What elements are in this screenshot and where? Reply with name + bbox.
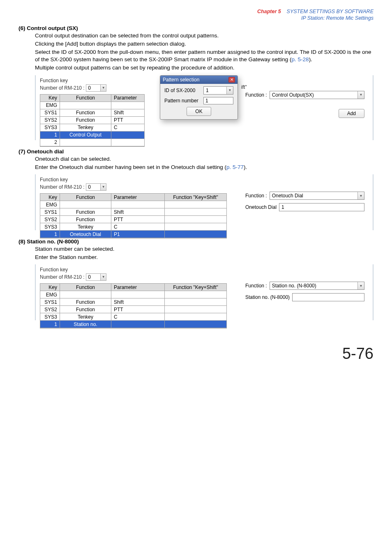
table-row[interactable]: SYS1 Function Shift	[40, 208, 226, 216]
table-row[interactable]: SYS3 Tenkey C	[40, 223, 226, 231]
col-function: Function	[60, 95, 111, 102]
rm-count-value: 0	[86, 184, 100, 190]
table-row[interactable]: 2	[40, 139, 144, 146]
chevron-down-icon: ▼	[226, 87, 233, 94]
figure-8: Function key Number of RM-210 : 0 ▼ Key …	[35, 264, 374, 320]
chevron-down-icon: ▼	[357, 282, 364, 289]
chevron-down-icon: ▼	[357, 192, 364, 199]
pattern-selection-dialog: Pattern selection ✕ ID of SX-2000 1 ▼ Pa…	[160, 75, 238, 120]
chevron-down-icon: ▼	[100, 85, 106, 91]
col-key: Key	[40, 95, 60, 102]
section-7-text-2: Enter the Onetouch dial number having be…	[35, 164, 374, 171]
chevron-down-icon: ▼	[100, 274, 106, 280]
pattern-number-label: Pattern number	[164, 98, 203, 104]
function-key-grid: Key Function Parameter EMG SYS1 Function…	[40, 94, 145, 147]
close-icon[interactable]: ✕	[228, 77, 235, 83]
pattern-number-field[interactable]: 1	[203, 97, 233, 104]
function-combo[interactable]: Onetouch Dial ▼	[270, 192, 364, 200]
section-6-text-3a: Select the ID of SX-2000 from the pull-d…	[35, 49, 371, 62]
function-label: Function :	[245, 92, 267, 98]
add-button[interactable]: Add	[339, 109, 364, 118]
section-6-text-4: Multiple control output patterns can be …	[35, 64, 374, 72]
chapter-title: SYSTEM SETTINGS BY SOFTWARE	[287, 9, 374, 14]
id-sx2000-label: ID of SX-2000	[164, 88, 203, 93]
table-row[interactable]: EMG	[40, 102, 144, 109]
function-label: Function :	[245, 283, 267, 289]
rm-count-label: Number of RM-210 :	[40, 274, 85, 280]
dialog-title: Pattern selection	[163, 77, 199, 83]
section-7-text-1: Onetouch dial can be selected.	[35, 155, 374, 163]
section-6-text-1: Control output destination can be select…	[35, 32, 374, 39]
rm-count-value: 0	[86, 85, 100, 91]
table-row[interactable]: SYS2 Function PTT	[40, 117, 144, 124]
page-link-5-77[interactable]: p. 5-77	[226, 164, 244, 170]
rm-count-value: 0	[86, 274, 100, 280]
pattern-number-value: 1	[205, 98, 208, 104]
chapter-header: Chapter 5 SYSTEM SETTINGS BY SOFTWARE IP…	[18, 8, 374, 22]
function-key-grid: Key Function Parameter Function "Key+Shi…	[40, 283, 227, 328]
rm-count-spinner[interactable]: 0 ▼	[86, 183, 106, 191]
function-key-grid: Key Function Parameter Function "Key+Shi…	[40, 193, 227, 238]
grid-header: Key Function Parameter	[40, 95, 144, 102]
id-sx2000-combo[interactable]: 1 ▼	[203, 86, 233, 95]
station-no-field[interactable]	[292, 293, 364, 301]
grid-header: Key Function Parameter Function "Key+Shi…	[40, 194, 226, 201]
table-row-selected[interactable]: 1 Control Output	[40, 132, 144, 139]
chevron-down-icon: ▼	[357, 91, 364, 99]
table-row-selected[interactable]: 1 Station no.	[40, 321, 226, 328]
grid-header: Key Function Parameter Function "Key+Shi…	[40, 284, 226, 291]
function-combo-value: Onetouch Dial	[270, 193, 357, 199]
table-row[interactable]: SYS2 Function PTT	[40, 306, 226, 313]
section-8-text-1: Station number can be selected.	[35, 245, 374, 253]
table-row[interactable]: SYS3 Tenkey C	[40, 124, 144, 132]
rm-count-label: Number of RM-210 :	[40, 85, 85, 91]
rm-count-spinner[interactable]: 0 ▼	[86, 84, 106, 92]
col-parameter: Parameter	[111, 95, 144, 102]
rm-count-spinner[interactable]: 0 ▼	[86, 273, 106, 281]
section-6-text-3: Select the ID of SX-2000 from the pull-d…	[35, 49, 374, 63]
function-label: Function :	[245, 193, 267, 199]
figure-6: Function key Number of RM-210 : 0 ▼ Key …	[35, 75, 374, 140]
figure-7-right-panel: Function : Onetouch Dial ▼ Onetouch Dial…	[245, 192, 364, 215]
function-key-group-label: Function key	[40, 177, 369, 183]
ok-button[interactable]: OK	[187, 107, 211, 116]
rm-count-row: Number of RM-210 : 0 ▼	[40, 273, 369, 281]
obscured-text: ift"	[241, 84, 247, 90]
section-6-text-2: Clicking the [Add] button displays the p…	[35, 40, 374, 48]
function-combo-value: Station no. (N-8000)	[270, 283, 357, 289]
table-row[interactable]: SYS1 Function Shift	[40, 298, 226, 306]
table-row[interactable]: SYS2 Function PTT	[40, 216, 226, 223]
onetouch-dial-value: 1	[281, 204, 284, 210]
figure-6-right-panel: Function : Control Output(SX) ▼ Add	[245, 91, 364, 118]
id-sx2000-value: 1	[204, 88, 226, 93]
page-number: 5-76	[0, 328, 392, 375]
figure-8-right-panel: Function : Station no. (N-8000) ▼ Statio…	[245, 282, 364, 305]
function-combo-value: Control Output(SX)	[270, 92, 357, 98]
table-row-selected[interactable]: 1 Onetouch Dial P1	[40, 231, 226, 238]
rm-count-row: Number of RM-210 : 0 ▼	[40, 183, 369, 191]
table-row[interactable]: EMG	[40, 291, 226, 298]
section-6-text-3b: ).	[309, 56, 312, 62]
table-row[interactable]: EMG	[40, 201, 226, 208]
section-6-title: (6) Control output (SX)	[18, 25, 374, 31]
function-combo[interactable]: Station no. (N-8000) ▼	[270, 282, 364, 290]
table-row[interactable]: SYS3 Tenkey C	[40, 313, 226, 321]
station-no-label: Station no. (N-8000)	[245, 294, 290, 300]
table-row[interactable]: SYS1 Function Shift	[40, 109, 144, 117]
figure-7: Function key Number of RM-210 : 0 ▼ Key …	[35, 174, 374, 230]
dialog-titlebar[interactable]: Pattern selection ✕	[160, 76, 238, 84]
rm-count-label: Number of RM-210 :	[40, 184, 85, 190]
onetouch-dial-label: Onetouch Dial	[245, 204, 277, 210]
section-7-title: (7) Onetouch dial	[18, 148, 374, 155]
chapter-subtitle: IP Station: Remote Mic Settings	[301, 15, 374, 21]
function-combo[interactable]: Control Output(SX) ▼	[270, 91, 364, 99]
onetouch-dial-field[interactable]: 1	[279, 203, 364, 211]
chapter-number: Chapter 5	[257, 9, 281, 14]
page-link-5-28[interactable]: p. 5-28	[292, 56, 309, 62]
function-key-group-label: Function key	[40, 267, 369, 273]
chevron-down-icon: ▼	[100, 184, 106, 190]
section-8-text-2: Enter the Station number.	[35, 254, 374, 261]
